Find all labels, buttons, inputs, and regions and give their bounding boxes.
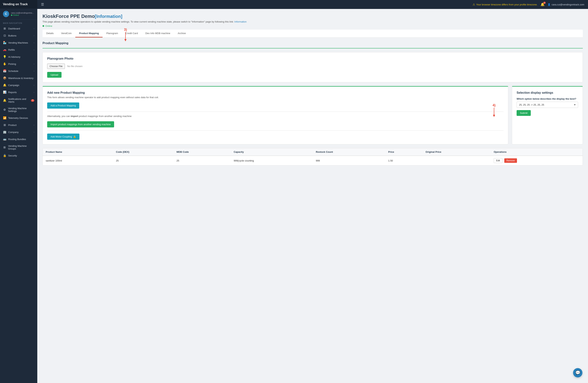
tz-warning-text: Your browser timezone differs from your … xyxy=(476,3,538,6)
nav-items: ⊞ Dashboard › ⊡ Buttons › 🏪 Vending Mach… xyxy=(0,25,37,159)
tab-archive[interactable]: Archive xyxy=(174,30,189,38)
notifications-button[interactable]: 🔔 7 xyxy=(541,2,545,6)
tab-credit-card[interactable]: Credit Card xyxy=(122,30,142,38)
chevron-icon: › xyxy=(34,77,34,79)
table-row: sanitizer 100ml 25 25 999(cycle counting… xyxy=(43,156,583,165)
warning-icon: ⚠ xyxy=(473,3,475,6)
sidebar-item-routing[interactable]: 🚌 Routing Bundles xyxy=(0,136,37,143)
sidebar-item-vending-machines[interactable]: 🏪 Vending Machines › xyxy=(0,39,37,46)
edit-button[interactable]: Edit xyxy=(494,158,503,163)
col-capacity: Capacity xyxy=(231,148,313,156)
subtitle-text: This page allows vending machine operato… xyxy=(42,20,234,23)
buttons-icon: ⊡ xyxy=(3,34,6,37)
choose-file-button[interactable]: Choose File xyxy=(47,63,65,69)
user-icon: 👤 xyxy=(547,3,550,6)
product-icon: ⊞ xyxy=(3,123,6,127)
add-motor-coupling-button[interactable]: Add Motor Coupling 🔒 xyxy=(47,134,79,140)
tab-dex-info[interactable]: Dex Info MDB machine xyxy=(142,30,174,38)
sidebar-item-product[interactable]: ⊞ Product › xyxy=(0,121,37,129)
cell-product-name: sanitizer 100ml xyxy=(43,156,113,165)
add-new-description: This form allows vending machine operato… xyxy=(47,96,504,99)
remove-button[interactable]: Remove xyxy=(504,158,517,163)
campaign-icon: 🔔 xyxy=(3,83,6,87)
tab-details[interactable]: Details xyxy=(42,30,57,38)
col-mdb-code: MDB Code xyxy=(174,148,231,156)
sidebar-item-picking[interactable]: ✋ Picking › xyxy=(0,60,37,67)
tab-planogram[interactable]: Planogram xyxy=(103,30,122,38)
online-dot xyxy=(42,25,44,27)
add-product-mapping-button[interactable]: Add a Product Mapping xyxy=(47,102,79,109)
col-operations: Operations xyxy=(491,148,583,156)
brand: Vending on Track xyxy=(0,0,37,9)
sds-title: Selection display settings xyxy=(517,91,578,94)
sidebar-user: C cara.cui@vendingontrack.c Online xyxy=(0,9,37,20)
chevron-icon: › xyxy=(34,84,34,86)
schedule-icon: 📅 xyxy=(3,69,6,73)
section-header: Product Mapping xyxy=(42,38,583,48)
import-text: Alternatively, you can import product ma… xyxy=(47,115,504,118)
product-table: Product Name Code (DEX) MDB Code Capacit… xyxy=(43,148,583,165)
import-button[interactable]: Import product mappings from another ven… xyxy=(47,121,114,127)
sidebar-item-refills[interactable]: 🚗 Refills › xyxy=(0,46,37,53)
online-badge: Online xyxy=(42,25,583,27)
file-input-row: Choose File No file chosen xyxy=(47,63,578,69)
warehouse-icon: 📦 xyxy=(3,76,6,80)
menu-toggle[interactable]: ☰ xyxy=(41,2,44,6)
sidebar-item-reports[interactable]: 📊 Reports › xyxy=(0,89,37,96)
timezone-warning: ⚠ Your browser timezone differs from you… xyxy=(473,3,538,6)
sidebar-item-vm-settings[interactable]: ⚙ Vending Machine Settings xyxy=(0,105,37,114)
sidebar-item-vm-groups[interactable]: ⊞ Vending Machine Groups xyxy=(0,143,37,152)
tabs-bar: Details VendCoin Product Mapping Planogr… xyxy=(42,30,583,38)
section-divider xyxy=(42,48,583,48)
tabs-wrapper: 3) Details VendCoin Product Mapping Plan… xyxy=(42,30,583,38)
topbar: ☰ ⚠ Your browser timezone differs from y… xyxy=(37,0,588,9)
chevron-icon: › xyxy=(34,63,34,65)
sidebar-item-buttons[interactable]: ⊡ Buttons › xyxy=(0,32,37,39)
status-label: Online xyxy=(13,14,19,16)
col-price: Price xyxy=(385,148,422,156)
sidebar-item-notifications[interactable]: 🔔 Notifications and Alerts 7 xyxy=(0,96,37,105)
divider-1 xyxy=(47,112,504,112)
user-menu-button[interactable]: 👤 cara.cui@vendingontrack.com xyxy=(547,3,584,6)
brand-label: Vending on Track xyxy=(3,3,28,6)
settings-icon: ⚙ xyxy=(3,108,6,111)
sidebar-item-warehouse[interactable]: 📦 Warehouse & Inventory › xyxy=(0,75,37,81)
two-col-area: 4) Add new Product Mapping This form all… xyxy=(42,86,583,144)
chat-fab-button[interactable]: 💬 xyxy=(573,368,582,377)
sidebar-item-dashboard[interactable]: ⊞ Dashboard › xyxy=(0,25,37,32)
information-link[interactable]: Information xyxy=(234,20,247,23)
cell-original-price xyxy=(423,156,491,165)
cell-price: 1.50 xyxy=(385,156,422,165)
sidebar-item-schedule[interactable]: 📅 Schedule › xyxy=(0,67,37,75)
sidebar-item-security[interactable]: 🔒 Security xyxy=(0,152,37,159)
picking-icon: ✋ xyxy=(3,62,6,66)
col-product-name: Product Name xyxy=(43,148,113,156)
cell-capacity: 999(cycle counting xyxy=(231,156,313,165)
telemetry-icon: 📶 xyxy=(3,116,6,120)
col-original-price: Original Price xyxy=(423,148,491,156)
sidebar-item-ai-advisory[interactable]: 💡 AI Advisory xyxy=(0,53,37,60)
tab-product-mapping[interactable]: Product Mapping xyxy=(75,30,103,38)
sidebar-item-telemetry[interactable]: 📶 Telemetry Devices xyxy=(0,114,37,121)
security-icon: 🔒 xyxy=(3,154,6,157)
add-product-mapping-card: 4) Add new Product Mapping This form all… xyxy=(42,86,508,144)
topbar-user-email: cara.cui@vendingontrack.com xyxy=(552,3,584,6)
upload-button[interactable]: Upload xyxy=(47,72,62,78)
sidebar-item-company[interactable]: 🏢 Company › xyxy=(0,129,37,136)
col-restock-count: Restock Count xyxy=(313,148,385,156)
product-mapping-title: Product Mapping xyxy=(42,41,583,45)
divider-2 xyxy=(47,130,504,131)
sds-select[interactable]: 25, 25, 25 -> 25, 25, 25 xyxy=(517,102,578,108)
sidebar-item-campaign[interactable]: 🔔 Campaign › xyxy=(0,81,37,89)
page-header: KioskForce PPE Demo[Information] This pa… xyxy=(42,13,583,27)
ai-icon: 💡 xyxy=(3,55,6,59)
selection-display-card: Selection display settings Which option … xyxy=(512,86,583,144)
sidebar: Vending on Track C cara.cui@vendingontra… xyxy=(0,0,37,383)
table-body: sanitizer 100ml 25 25 999(cycle counting… xyxy=(43,156,583,165)
tab-vendcoin[interactable]: VendCoin xyxy=(57,30,75,38)
cell-mdb-code: 25 xyxy=(174,156,231,165)
submit-button[interactable]: Submit xyxy=(517,110,531,116)
page-title-link[interactable]: [Information] xyxy=(95,14,122,19)
cell-restock-count: 999 xyxy=(313,156,385,165)
chevron-icon: › xyxy=(34,35,34,37)
